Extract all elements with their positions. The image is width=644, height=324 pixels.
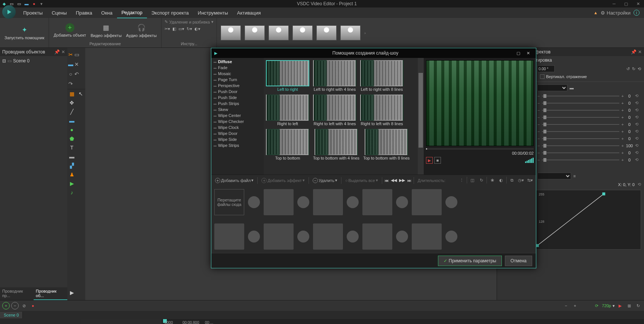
file-slot[interactable]: [412, 189, 442, 215]
effect-slot[interactable]: [445, 196, 457, 208]
add-file-button[interactable]: +Добавить файл▾: [214, 177, 255, 184]
apply-button[interactable]: Применить параметры: [438, 256, 502, 266]
saturation-slider[interactable]: [542, 145, 619, 146]
animation-icon[interactable]: ♟: [67, 170, 76, 179]
templates-select[interactable]: [537, 173, 571, 179]
dropdown-icon[interactable]: ▾: [39, 1, 44, 6]
tl-add-icon[interactable]: +: [2, 302, 10, 309]
cut-icon[interactable]: ✂▾: [165, 27, 170, 31]
redo2-icon[interactable]: ↷: [68, 79, 73, 88]
close-icon[interactable]: ✕: [634, 1, 643, 6]
preview-play-icon[interactable]: ▶: [426, 157, 433, 164]
effect-item[interactable]: Wipe Strips: [211, 142, 264, 148]
video-effects-button[interactable]: ▦ Видео эффекты: [89, 22, 123, 38]
variant-item[interactable]: Top to bottom: [266, 129, 309, 160]
file-slot[interactable]: [412, 223, 442, 250]
effect-slot[interactable]: [347, 196, 359, 208]
skip-end-icon[interactable]: ⏭: [407, 178, 411, 183]
variant-item[interactable]: Left to right: [266, 60, 309, 92]
effect-item[interactable]: Page Turn: [211, 77, 264, 83]
copy2-icon[interactable]: ⧉: [508, 177, 516, 184]
effect-slot[interactable]: [347, 231, 359, 243]
tl-zoomout-icon[interactable]: −: [562, 302, 570, 309]
select-all-button[interactable]: ○Выделить все▾: [344, 177, 380, 183]
red-slider[interactable]: [542, 117, 619, 118]
rotate2-icon[interactable]: ↻: [478, 177, 485, 184]
preview-progress[interactable]: [426, 148, 534, 149]
chart-icon[interactable]: ▞: [67, 161, 76, 170]
tl-zoomin-icon[interactable]: +: [571, 302, 579, 309]
effect-slot[interactable]: [396, 231, 408, 243]
vert-flip-checkbox[interactable]: [540, 74, 545, 79]
slider-dec-icon[interactable]: −: [537, 115, 540, 120]
variant-item[interactable]: Left to right with 8 lines: [360, 60, 404, 92]
gamma-slider[interactable]: [542, 110, 619, 111]
scene-thumb[interactable]: [221, 25, 241, 40]
sharpness-slider[interactable]: [542, 152, 619, 153]
effect-slot[interactable]: [297, 231, 309, 243]
add-object-button[interactable]: + Добавить объект: [52, 22, 88, 38]
add-effect-button[interactable]: +Добавить эффект▾: [260, 177, 306, 184]
pin-icon[interactable]: 📌: [631, 49, 637, 55]
slider-dec-icon[interactable]: −: [537, 158, 540, 162]
audio-icon[interactable]: ♪: [67, 188, 76, 197]
launch-wizard-button[interactable]: ✦ Запустить помощник: [3, 24, 46, 41]
reset-icon[interactable]: ⟲: [635, 93, 641, 98]
menu-export[interactable]: Экспорт проекта: [147, 8, 193, 18]
variant-item[interactable]: Top to bottom with 4 lines: [313, 129, 359, 160]
scene-thumb[interactable]: [245, 25, 265, 40]
effect-item[interactable]: Wipe Center: [211, 112, 264, 118]
scene-thumb[interactable]: [292, 25, 313, 40]
menu-edit[interactable]: Правка: [71, 8, 97, 18]
fx2-icon[interactable]: ❀: [488, 177, 496, 184]
effect-item[interactable]: Push Strips: [211, 101, 264, 107]
sel-icon[interactable]: ✂: [68, 50, 73, 59]
pointer-icon[interactable]: ↖: [76, 89, 85, 98]
maximize-icon[interactable]: ▢: [622, 1, 631, 6]
menu-scenes[interactable]: Сцены: [47, 8, 71, 18]
timeline-ruler[interactable]: 0000 00:00.800 00:...: [162, 319, 644, 324]
effect-item[interactable]: Fade: [211, 65, 264, 71]
scene-thumb[interactable]: [316, 25, 337, 40]
record-icon[interactable]: ●: [31, 1, 37, 6]
tooltip-icon[interactable]: ▬: [67, 152, 76, 161]
tl-res[interactable]: 720p: [602, 303, 611, 308]
rotate-icon[interactable]: ↻▾: [187, 27, 192, 31]
undo2-icon[interactable]: ↶: [74, 70, 79, 78]
effect-item[interactable]: Mosaic: [211, 71, 264, 77]
contrast-slider[interactable]: [542, 103, 619, 104]
menu-editor[interactable]: Редактор: [117, 7, 147, 18]
timer-icon[interactable]: ◷▾: [517, 177, 525, 184]
doc2-icon[interactable]: ▭: [16, 1, 22, 6]
file-slot[interactable]: [362, 189, 392, 215]
browse-icon[interactable]: ▬: [570, 86, 574, 90]
crop-icon[interactable]: ◧: [172, 27, 176, 31]
opt-icon[interactable]: ⋮: [458, 177, 465, 184]
reset-icon[interactable]: ⟲: [635, 108, 641, 112]
freeform-icon[interactable]: ⬟: [67, 134, 76, 143]
file-slot[interactable]: [313, 223, 343, 250]
slider-dec-icon[interactable]: −: [537, 122, 540, 127]
temperature-slider[interactable]: [542, 138, 619, 139]
variant-item[interactable]: Top to bottom with 8 lines: [363, 129, 410, 160]
close-panel-icon[interactable]: ✕: [61, 49, 65, 55]
scene-node[interactable]: ⊟ ▭ Scene 0: [2, 58, 65, 64]
del-icon[interactable]: ✕: [74, 60, 79, 69]
file-slot[interactable]: [264, 223, 294, 250]
menu-activate[interactable]: Активация: [233, 8, 265, 18]
slider-dec-icon[interactable]: −: [537, 94, 540, 98]
app-logo[interactable]: [2, 5, 16, 19]
effect-item[interactable]: Wipe Clock: [211, 124, 264, 130]
tab-project-explorer[interactable]: Проводник пр...: [0, 287, 34, 300]
drop-hint[interactable]: Перетащите файлы сюда: [214, 189, 244, 215]
play-icon[interactable]: ▶: [67, 288, 76, 297]
delete-button[interactable]: −Удалить▾: [311, 177, 339, 184]
file-slot[interactable]: [214, 223, 244, 250]
fx-icon[interactable]: ◐▾: [194, 27, 200, 31]
effect-item[interactable]: Skew: [211, 107, 264, 112]
rect-icon[interactable]: ▬: [67, 116, 76, 125]
brightness-slider[interactable]: [542, 96, 619, 96]
crop2-icon[interactable]: ◫: [469, 177, 476, 184]
slider-dec-icon[interactable]: −: [537, 136, 540, 141]
line-icon[interactable]: ╱: [67, 107, 76, 116]
